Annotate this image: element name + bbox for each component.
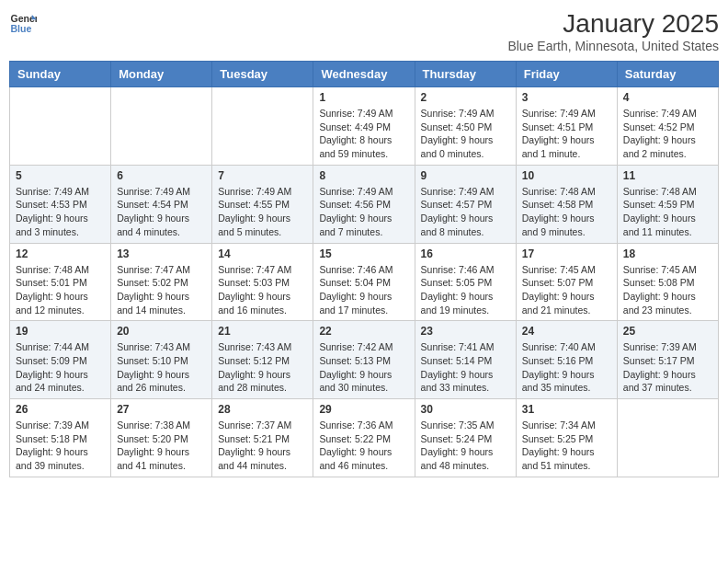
calendar-week-row: 19Sunrise: 7:44 AM Sunset: 5:09 PM Dayli… <box>10 321 719 399</box>
calendar-cell: 10Sunrise: 7:48 AM Sunset: 4:58 PM Dayli… <box>516 165 617 243</box>
day-info: Sunrise: 7:49 AM Sunset: 4:52 PM Dayligh… <box>623 107 712 161</box>
calendar-cell: 22Sunrise: 7:42 AM Sunset: 5:13 PM Dayli… <box>313 321 415 399</box>
calendar-week-row: 5Sunrise: 7:49 AM Sunset: 4:53 PM Daylig… <box>10 165 719 243</box>
calendar-cell <box>617 399 718 477</box>
calendar-cell: 12Sunrise: 7:48 AM Sunset: 5:01 PM Dayli… <box>10 243 111 321</box>
day-info: Sunrise: 7:42 AM Sunset: 5:13 PM Dayligh… <box>319 340 408 395</box>
day-number: 1 <box>319 91 408 104</box>
header-tuesday: Tuesday <box>212 62 313 87</box>
day-number: 17 <box>522 247 611 260</box>
day-info: Sunrise: 7:36 AM Sunset: 5:22 PM Dayligh… <box>319 419 408 473</box>
day-info: Sunrise: 7:49 AM Sunset: 4:53 PM Dayligh… <box>16 185 105 239</box>
day-number: 15 <box>319 247 408 260</box>
header-sunday: Sunday <box>10 62 111 87</box>
calendar-cell: 25Sunrise: 7:39 AM Sunset: 5:17 PM Dayli… <box>617 321 718 399</box>
day-info: Sunrise: 7:40 AM Sunset: 5:16 PM Dayligh… <box>522 340 611 395</box>
day-number: 11 <box>623 169 712 182</box>
day-info: Sunrise: 7:47 AM Sunset: 5:03 PM Dayligh… <box>218 263 307 317</box>
day-number: 30 <box>421 403 510 416</box>
day-number: 4 <box>623 91 712 104</box>
logo: General Blue <box>9 9 37 37</box>
calendar-cell: 3Sunrise: 7:49 AM Sunset: 4:51 PM Daylig… <box>516 87 617 166</box>
header-wednesday: Wednesday <box>313 62 415 87</box>
day-info: Sunrise: 7:46 AM Sunset: 5:05 PM Dayligh… <box>421 263 510 317</box>
day-number: 23 <box>421 325 510 338</box>
day-number: 13 <box>117 247 206 260</box>
header-friday: Friday <box>516 62 617 87</box>
day-info: Sunrise: 7:35 AM Sunset: 5:24 PM Dayligh… <box>421 419 510 473</box>
day-number: 6 <box>117 169 206 182</box>
calendar-cell: 29Sunrise: 7:36 AM Sunset: 5:22 PM Dayli… <box>313 399 415 477</box>
day-info: Sunrise: 7:49 AM Sunset: 4:51 PM Dayligh… <box>522 107 611 161</box>
day-number: 29 <box>319 403 408 416</box>
calendar-cell: 27Sunrise: 7:38 AM Sunset: 5:20 PM Dayli… <box>111 399 212 477</box>
logo-icon: General Blue <box>9 9 37 37</box>
day-number: 9 <box>421 169 510 182</box>
day-info: Sunrise: 7:46 AM Sunset: 5:04 PM Dayligh… <box>319 263 408 317</box>
day-info: Sunrise: 7:48 AM Sunset: 5:01 PM Dayligh… <box>16 263 105 317</box>
calendar-cell: 5Sunrise: 7:49 AM Sunset: 4:53 PM Daylig… <box>10 165 111 243</box>
calendar-cell: 16Sunrise: 7:46 AM Sunset: 5:05 PM Dayli… <box>415 243 516 321</box>
header-monday: Monday <box>111 62 212 87</box>
calendar-cell: 24Sunrise: 7:40 AM Sunset: 5:16 PM Dayli… <box>516 321 617 399</box>
day-number: 24 <box>522 325 611 338</box>
day-info: Sunrise: 7:44 AM Sunset: 5:09 PM Dayligh… <box>16 340 105 395</box>
day-info: Sunrise: 7:43 AM Sunset: 5:12 PM Dayligh… <box>218 340 307 395</box>
day-info: Sunrise: 7:49 AM Sunset: 4:55 PM Dayligh… <box>218 185 307 239</box>
day-info: Sunrise: 7:48 AM Sunset: 4:58 PM Dayligh… <box>522 185 611 239</box>
calendar-table: Sunday Monday Tuesday Wednesday Thursday… <box>9 61 719 477</box>
day-info: Sunrise: 7:45 AM Sunset: 5:08 PM Dayligh… <box>623 263 712 317</box>
day-number: 25 <box>623 325 712 338</box>
calendar-cell: 9Sunrise: 7:49 AM Sunset: 4:57 PM Daylig… <box>415 165 516 243</box>
day-info: Sunrise: 7:37 AM Sunset: 5:21 PM Dayligh… <box>218 419 307 473</box>
calendar-cell <box>212 87 313 166</box>
day-info: Sunrise: 7:49 AM Sunset: 4:49 PM Dayligh… <box>319 107 408 161</box>
day-number: 3 <box>522 91 611 104</box>
calendar-cell: 18Sunrise: 7:45 AM Sunset: 5:08 PM Dayli… <box>617 243 718 321</box>
calendar-week-row: 26Sunrise: 7:39 AM Sunset: 5:18 PM Dayli… <box>10 399 719 477</box>
day-info: Sunrise: 7:49 AM Sunset: 4:50 PM Dayligh… <box>421 107 510 161</box>
header-saturday: Saturday <box>617 62 718 87</box>
day-number: 2 <box>421 91 510 104</box>
weekday-header-row: Sunday Monday Tuesday Wednesday Thursday… <box>10 62 719 87</box>
calendar-week-row: 12Sunrise: 7:48 AM Sunset: 5:01 PM Dayli… <box>10 243 719 321</box>
day-number: 14 <box>218 247 307 260</box>
day-info: Sunrise: 7:43 AM Sunset: 5:10 PM Dayligh… <box>117 340 206 395</box>
day-number: 18 <box>623 247 712 260</box>
day-number: 19 <box>16 325 105 338</box>
calendar-cell: 11Sunrise: 7:48 AM Sunset: 4:59 PM Dayli… <box>617 165 718 243</box>
day-info: Sunrise: 7:34 AM Sunset: 5:25 PM Dayligh… <box>522 419 611 473</box>
day-info: Sunrise: 7:39 AM Sunset: 5:17 PM Dayligh… <box>623 340 712 395</box>
page-header: General Blue January 2025 Blue Earth, Mi… <box>9 9 719 53</box>
day-number: 31 <box>522 403 611 416</box>
day-info: Sunrise: 7:39 AM Sunset: 5:18 PM Dayligh… <box>16 419 105 473</box>
title-block: January 2025 Blue Earth, Minnesota, Unit… <box>507 9 719 53</box>
calendar-cell <box>10 87 111 166</box>
calendar-cell: 6Sunrise: 7:49 AM Sunset: 4:54 PM Daylig… <box>111 165 212 243</box>
calendar-cell: 1Sunrise: 7:49 AM Sunset: 4:49 PM Daylig… <box>313 87 415 166</box>
calendar-cell: 19Sunrise: 7:44 AM Sunset: 5:09 PM Dayli… <box>10 321 111 399</box>
calendar-cell: 15Sunrise: 7:46 AM Sunset: 5:04 PM Dayli… <box>313 243 415 321</box>
calendar-cell: 2Sunrise: 7:49 AM Sunset: 4:50 PM Daylig… <box>415 87 516 166</box>
svg-text:Blue: Blue <box>11 23 32 34</box>
calendar-cell: 31Sunrise: 7:34 AM Sunset: 5:25 PM Dayli… <box>516 399 617 477</box>
day-info: Sunrise: 7:45 AM Sunset: 5:07 PM Dayligh… <box>522 263 611 317</box>
day-number: 8 <box>319 169 408 182</box>
calendar-cell: 14Sunrise: 7:47 AM Sunset: 5:03 PM Dayli… <box>212 243 313 321</box>
day-number: 26 <box>16 403 105 416</box>
day-info: Sunrise: 7:41 AM Sunset: 5:14 PM Dayligh… <box>421 340 510 395</box>
calendar-cell: 17Sunrise: 7:45 AM Sunset: 5:07 PM Dayli… <box>516 243 617 321</box>
calendar-subtitle: Blue Earth, Minnesota, United States <box>507 39 719 53</box>
day-number: 21 <box>218 325 307 338</box>
day-number: 22 <box>319 325 408 338</box>
day-number: 27 <box>117 403 206 416</box>
day-info: Sunrise: 7:48 AM Sunset: 4:59 PM Dayligh… <box>623 185 712 239</box>
calendar-cell: 20Sunrise: 7:43 AM Sunset: 5:10 PM Dayli… <box>111 321 212 399</box>
header-thursday: Thursday <box>415 62 516 87</box>
calendar-cell: 28Sunrise: 7:37 AM Sunset: 5:21 PM Dayli… <box>212 399 313 477</box>
day-number: 16 <box>421 247 510 260</box>
calendar-cell: 23Sunrise: 7:41 AM Sunset: 5:14 PM Dayli… <box>415 321 516 399</box>
calendar-cell: 4Sunrise: 7:49 AM Sunset: 4:52 PM Daylig… <box>617 87 718 166</box>
calendar-cell: 21Sunrise: 7:43 AM Sunset: 5:12 PM Dayli… <box>212 321 313 399</box>
day-number: 12 <box>16 247 105 260</box>
